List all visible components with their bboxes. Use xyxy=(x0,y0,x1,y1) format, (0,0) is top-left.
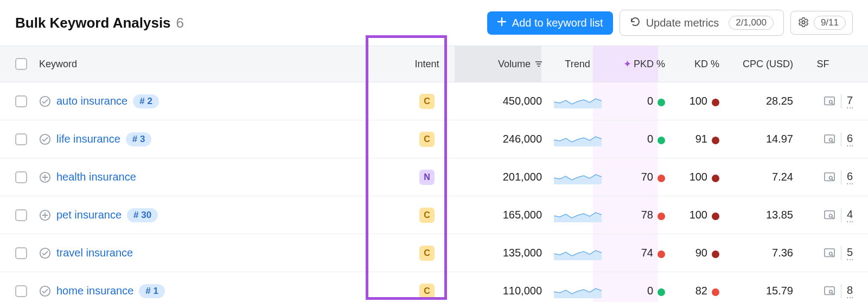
kd-dot xyxy=(712,175,719,182)
trend-sparkline xyxy=(552,130,603,149)
settings-count-pill: 9/11 xyxy=(814,16,846,30)
serp-icon[interactable] xyxy=(824,248,835,259)
pkd-dot xyxy=(658,250,665,258)
pkd-dot xyxy=(658,213,665,220)
serp-icon[interactable] xyxy=(824,210,835,221)
serp-icon[interactable] xyxy=(824,172,835,183)
keyword-link[interactable]: health insurance xyxy=(56,171,136,183)
kd-value: 91 xyxy=(695,133,707,145)
sf-value[interactable]: 5 xyxy=(847,246,853,260)
sf-value[interactable]: 4 xyxy=(847,208,853,222)
serp-icon[interactable] xyxy=(824,286,835,297)
pkd-value: 0 xyxy=(647,95,653,107)
cpc-value: 14.97 xyxy=(766,133,793,145)
table-row: travel insurance C 135,000 74 90 7.36 5 xyxy=(0,234,868,272)
update-button-label: Update metrics xyxy=(646,17,719,29)
serp-icon[interactable] xyxy=(824,134,835,145)
pkd-dot xyxy=(658,288,665,296)
svg-point-4 xyxy=(40,134,50,144)
col-volume[interactable]: Volume xyxy=(465,59,552,70)
intent-badge: N xyxy=(419,170,435,185)
pkd-value: 0 xyxy=(647,133,653,145)
add-to-keyword-list-button[interactable]: Add to keyword list xyxy=(487,11,613,35)
plus-circle-icon[interactable] xyxy=(39,209,51,221)
sf-value[interactable]: 7 xyxy=(847,94,853,108)
rank-pill: # 1 xyxy=(139,284,165,298)
kd-value: 100 xyxy=(690,171,707,183)
serp-icon[interactable] xyxy=(824,96,835,107)
sf-separator xyxy=(841,284,841,298)
keyword-link[interactable]: life insurance xyxy=(56,133,120,145)
kd-value: 100 xyxy=(690,95,707,107)
settings-button[interactable]: 9/11 xyxy=(790,11,853,35)
check-circle-icon[interactable] xyxy=(39,285,51,297)
pkd-dot xyxy=(658,137,665,144)
sf-value[interactable]: 8 xyxy=(847,284,853,298)
kd-dot xyxy=(712,99,719,106)
gear-icon xyxy=(797,16,809,30)
add-button-label: Add to keyword list xyxy=(512,17,603,29)
sparkle-icon: ✦ xyxy=(623,59,631,69)
pkd-value: 70 xyxy=(641,171,653,183)
update-metrics-button[interactable]: Update metrics 2/1,000 xyxy=(620,10,784,36)
row-checkbox[interactable] xyxy=(15,133,27,145)
col-cpc[interactable]: CPC (USD) xyxy=(723,59,793,70)
col-sf-label: SF xyxy=(793,59,853,70)
sort-icon xyxy=(535,60,542,67)
plus-circle-icon[interactable] xyxy=(39,171,51,183)
kd-dot xyxy=(712,137,719,144)
sf-separator xyxy=(841,170,841,184)
sf-value[interactable]: 6 xyxy=(847,132,853,146)
trend-sparkline xyxy=(552,282,603,300)
check-circle-icon[interactable] xyxy=(39,133,51,145)
table-header-row: Keyword Intent Volume Trend ✦PKD % KD % … xyxy=(0,46,868,82)
col-pkd[interactable]: ✦PKD % xyxy=(603,58,668,70)
row-checkbox[interactable] xyxy=(15,285,27,297)
intent-badge: C xyxy=(419,132,435,147)
header-bar: Bulk Keyword Analysis 6 Add to keyword l… xyxy=(0,0,868,46)
svg-point-1 xyxy=(40,96,50,106)
col-volume-label: Volume xyxy=(498,59,531,69)
kd-value: 82 xyxy=(695,285,707,297)
pkd-value: 78 xyxy=(641,209,653,221)
col-intent[interactable]: Intent xyxy=(389,59,465,70)
trend-sparkline xyxy=(552,92,603,111)
keyword-link[interactable]: pet insurance xyxy=(56,209,122,221)
check-circle-icon[interactable] xyxy=(39,95,51,107)
row-checkbox[interactable] xyxy=(15,247,27,259)
table-row: life insurance # 3 C 246,000 0 91 14.97 … xyxy=(0,120,868,158)
kd-dot xyxy=(712,213,719,220)
sf-value[interactable]: 6 xyxy=(847,170,853,184)
svg-point-16 xyxy=(40,286,50,295)
col-trend[interactable]: Trend xyxy=(552,59,603,70)
update-count-pill: 2/1,000 xyxy=(729,16,774,30)
select-all-checkbox[interactable] xyxy=(15,58,27,70)
sf-separator xyxy=(841,208,841,222)
row-checkbox[interactable] xyxy=(15,209,27,221)
row-checkbox[interactable] xyxy=(15,95,27,107)
pkd-value: 74 xyxy=(641,247,653,259)
pkd-value: 0 xyxy=(647,285,653,297)
cpc-value: 15.79 xyxy=(766,285,793,297)
svg-point-0 xyxy=(802,21,805,24)
col-kd[interactable]: KD % xyxy=(668,59,723,70)
table-row: home insurance # 1 C 110,000 0 82 15.79 … xyxy=(0,272,868,302)
keyword-link[interactable]: travel insurance xyxy=(56,247,133,259)
row-checkbox[interactable] xyxy=(15,171,27,183)
keyword-link[interactable]: home insurance xyxy=(56,285,133,297)
check-circle-icon[interactable] xyxy=(39,247,51,259)
keyword-link[interactable]: auto insurance xyxy=(56,95,127,107)
svg-point-13 xyxy=(40,248,50,258)
refresh-icon xyxy=(630,16,641,30)
intent-badge: C xyxy=(419,208,435,223)
kd-value: 100 xyxy=(690,209,707,221)
col-sf[interactable]: SF xyxy=(793,59,853,70)
title-wrap: Bulk Keyword Analysis 6 xyxy=(15,15,184,31)
col-keyword[interactable]: Keyword xyxy=(39,59,389,70)
trend-sparkline xyxy=(552,206,603,224)
intent-badge: C xyxy=(419,284,435,299)
pkd-dot xyxy=(658,175,665,182)
volume-value: 450,000 xyxy=(503,95,542,107)
table-row: auto insurance # 2 C 450,000 0 100 28.25… xyxy=(0,82,868,120)
header-actions: Add to keyword list Update metrics 2/1,0… xyxy=(487,10,853,36)
